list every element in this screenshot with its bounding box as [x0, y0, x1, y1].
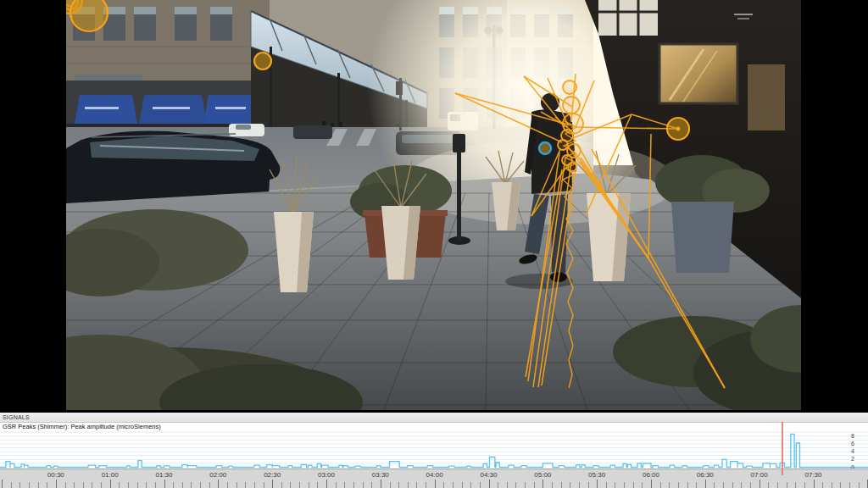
- ruler-minor-tick: [453, 482, 453, 488]
- ruler-minor-tick: [290, 482, 291, 488]
- scene-canvas: [66, 0, 801, 410]
- fixation-circle: [563, 97, 580, 114]
- ruler-minor-tick: [336, 482, 337, 488]
- ruler-time-label: 04:00: [426, 471, 443, 479]
- ruler-minor-tick: [426, 482, 426, 488]
- ruler-major-tick: [326, 480, 327, 488]
- ruler-major-tick: [110, 480, 111, 488]
- ruler-minor-tick: [443, 482, 444, 488]
- ruler-minor-tick: [669, 482, 670, 488]
- ruler-major-tick: [272, 480, 273, 488]
- ruler-minor-tick: [227, 482, 228, 488]
- signals-panel: SIGNALS GSR Peaks (Shimmer): Peak amplit…: [0, 413, 868, 488]
- ruler-minor-tick: [408, 482, 409, 488]
- ruler-minor-tick: [642, 482, 643, 488]
- fixation-circle: [70, 0, 108, 31]
- ruler-minor-tick: [660, 482, 661, 488]
- ruler-major-tick: [218, 480, 219, 488]
- ruler-minor-tick: [191, 482, 192, 488]
- ruler-minor-tick: [804, 482, 805, 488]
- parked-car: [293, 125, 332, 139]
- ruler-minor-tick: [299, 482, 300, 488]
- ruler-minor-tick: [155, 482, 156, 488]
- ruler-minor-tick: [507, 482, 508, 488]
- white-planter-2: [381, 206, 420, 280]
- ruler-minor-tick: [146, 482, 147, 488]
- ruler-minor-tick: [570, 482, 570, 488]
- ruler-minor-tick: [416, 482, 417, 488]
- ruler-minor-tick: [245, 482, 246, 488]
- ruler-minor-tick: [344, 482, 345, 488]
- fixation-circle: [568, 163, 576, 171]
- reflective-window: [659, 44, 737, 103]
- ruler-minor-tick: [832, 482, 832, 488]
- ruler-minor-tick: [633, 482, 634, 488]
- ruler-minor-tick: [92, 482, 92, 488]
- ruler-minor-tick: [588, 482, 589, 488]
- ruler-minor-tick: [128, 482, 129, 488]
- ruler-minor-tick: [317, 482, 318, 488]
- ruler-minor-tick: [353, 482, 354, 488]
- ruler-minor-tick: [38, 482, 39, 488]
- ruler-minor-tick: [534, 482, 535, 488]
- ruler-minor-tick: [390, 482, 391, 488]
- ruler-minor-tick: [624, 482, 625, 488]
- ruler-major-tick: [489, 480, 490, 488]
- ruler-minor-tick: [859, 482, 860, 488]
- ruler-major-tick: [164, 480, 165, 488]
- y-axis-tick-label: 2: [851, 456, 854, 462]
- ruler-minor-tick: [182, 482, 183, 488]
- blue-awnings: [75, 95, 259, 124]
- ruler-minor-tick: [209, 482, 210, 488]
- ruler-major-tick: [381, 480, 381, 488]
- ruler-time-label: 04:30: [480, 471, 497, 479]
- ruler-minor-tick: [47, 482, 47, 488]
- ruler-major-tick: [542, 480, 543, 488]
- gsr-signal-chart[interactable]: 86420: [0, 431, 868, 470]
- ruler-minor-tick: [11, 482, 12, 488]
- ruler-time-label: 03:30: [372, 471, 389, 479]
- y-axis-tick-label: 6: [851, 441, 854, 446]
- ruler-minor-tick: [83, 482, 84, 488]
- white-planter-1: [274, 212, 314, 292]
- signals-panel-header: SIGNALS: [0, 413, 868, 423]
- app-window: SIGNALS GSR Peaks (Shimmer): Peak amplit…: [0, 0, 868, 488]
- ruler-minor-tick: [696, 482, 697, 488]
- ruler-time-label: 06:30: [697, 471, 714, 479]
- y-axis-tick-label: 4: [851, 448, 854, 454]
- ruler-time-label: 07:30: [804, 471, 821, 479]
- ruler-minor-tick: [236, 482, 237, 488]
- ruler-minor-tick: [101, 482, 102, 488]
- ruler-time-label: 05:30: [588, 471, 605, 479]
- ruler-minor-tick: [119, 482, 120, 488]
- ruler-time-label: 06:00: [643, 471, 659, 479]
- ruler-minor-tick: [840, 482, 841, 488]
- ruler-minor-tick: [552, 482, 553, 488]
- fixation-circle: [676, 127, 681, 131]
- ruler-minor-tick: [795, 482, 796, 488]
- ruler-minor-tick: [606, 482, 607, 488]
- ruler-major-tick: [651, 480, 652, 488]
- ruler-major-tick: [705, 480, 706, 488]
- fixation-circle: [254, 53, 271, 69]
- ruler-minor-tick: [371, 482, 372, 488]
- ruler-minor-tick: [732, 482, 733, 488]
- ruler-time-label: 02:30: [264, 471, 281, 479]
- ruler-minor-tick: [19, 482, 20, 488]
- ruler-minor-tick: [768, 482, 769, 488]
- ruler-time-label: 01:00: [102, 471, 119, 479]
- ruler-minor-tick: [74, 482, 75, 488]
- ruler-minor-tick: [462, 482, 463, 488]
- ruler-major-tick: [56, 480, 57, 488]
- ruler-minor-tick: [254, 482, 255, 488]
- ruler-minor-tick: [398, 482, 399, 488]
- ruler-time-label: 02:00: [209, 471, 226, 479]
- ruler-major-tick: [814, 480, 815, 488]
- playhead-marker[interactable]: [782, 422, 783, 475]
- fixation-circle: [558, 140, 568, 150]
- video-viewport[interactable]: [66, 0, 801, 410]
- ruler-time-label: 03:00: [318, 471, 335, 479]
- timeline-ruler[interactable]: 00:3001:0001:3002:0002:3003:0003:3004:00…: [0, 469, 868, 488]
- ruler-time-label: 00:30: [47, 471, 64, 479]
- ruler-time-label: 01:30: [155, 471, 172, 479]
